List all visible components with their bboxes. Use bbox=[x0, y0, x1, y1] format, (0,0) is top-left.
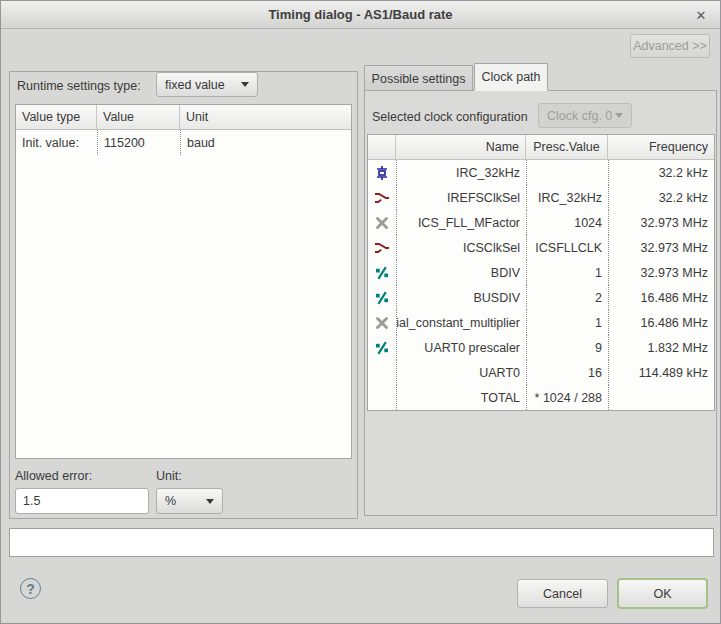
advanced-button[interactable]: Advanced >> bbox=[630, 34, 710, 58]
frequency-cell: 16.486 MHz bbox=[608, 310, 714, 335]
clock-name-cell: TOTAL bbox=[396, 385, 526, 410]
clock-name-cell: ICSClkSel bbox=[396, 235, 526, 260]
frequency-cell: 32.973 MHz bbox=[608, 235, 714, 260]
presc-value-cell: * 1024 / 288 bbox=[526, 385, 608, 410]
clock-path-row[interactable]: ICSClkSelICSFLLCLK32.973 MHz bbox=[368, 235, 714, 260]
frequency-cell: 1.832 MHz bbox=[608, 335, 714, 360]
chevron-down-icon bbox=[615, 113, 623, 118]
divide-icon bbox=[368, 260, 396, 285]
no-icon bbox=[368, 385, 396, 410]
presc-value-cell: IRC_32kHz bbox=[526, 185, 608, 210]
mux-icon bbox=[368, 235, 396, 260]
presc-value-cell: 1 bbox=[526, 260, 608, 285]
clock-path-row[interactable]: UART016114.489 kHz bbox=[368, 360, 714, 385]
tab-possible-settings[interactable]: Possible settings bbox=[364, 65, 473, 91]
presc-value-cell: 1024 bbox=[526, 210, 608, 235]
unit-select[interactable]: % bbox=[156, 488, 223, 514]
mux-icon bbox=[368, 185, 396, 210]
frequency-cell: 32.973 MHz bbox=[608, 260, 714, 285]
status-message-box[interactable] bbox=[9, 528, 714, 557]
clock-path-table: Name Presc.Value Frequency IRC_32kHz32.2… bbox=[367, 134, 715, 411]
clock-name-cell: BUSDIV bbox=[396, 285, 526, 310]
clock-path-row[interactable]: BDIV132.973 MHz bbox=[368, 260, 714, 285]
allowed-error-input[interactable] bbox=[15, 488, 149, 514]
col-value-type[interactable]: Value type bbox=[16, 105, 97, 129]
table-row[interactable]: Init. value: 115200 baud bbox=[16, 130, 351, 155]
runtime-settings-label: Runtime settings type: bbox=[17, 79, 141, 93]
clock-name-cell: BDIV bbox=[396, 260, 526, 285]
value-type-cell: Init. value: bbox=[16, 130, 97, 155]
presc-value-cell bbox=[526, 160, 608, 185]
clock-name-cell: IRC_32kHz bbox=[396, 160, 526, 185]
frequency-cell: 16.486 MHz bbox=[608, 285, 714, 310]
col-value[interactable]: Value bbox=[97, 105, 180, 129]
presc-value-cell: 2 bbox=[526, 285, 608, 310]
col-name[interactable]: Name bbox=[396, 135, 526, 159]
no-icon bbox=[368, 360, 396, 385]
clock-config-value: Clock cfg. 0 bbox=[547, 109, 612, 123]
dialog-title: Timing dialog - AS1/Baud rate bbox=[268, 7, 452, 22]
chevron-down-icon bbox=[206, 499, 214, 504]
close-icon[interactable]: ✕ bbox=[692, 6, 710, 24]
runtime-settings-value: fixed value bbox=[165, 78, 225, 92]
clock-name-cell: IREFSClkSel bbox=[396, 185, 526, 210]
value-table: Value type Value Unit Init. value: 11520… bbox=[15, 104, 352, 459]
col-unit[interactable]: Unit bbox=[180, 105, 351, 129]
divide-icon bbox=[368, 285, 396, 310]
clock-path-rows: IRC_32kHz32.2 kHzIREFSClkSelIRC_32kHz32.… bbox=[368, 160, 714, 410]
help-icon[interactable]: ? bbox=[20, 578, 41, 599]
chevron-down-icon bbox=[241, 82, 249, 87]
runtime-settings-select[interactable]: fixed value bbox=[156, 72, 258, 97]
unit-cell: baud bbox=[180, 130, 351, 155]
clock-path-row[interactable]: TOTAL* 1024 / 288 bbox=[368, 385, 714, 410]
presc-value-cell: 1 bbox=[526, 310, 608, 335]
frequency-cell: 32.2 kHz bbox=[608, 160, 714, 185]
presc-value-cell: ICSFLLCLK bbox=[526, 235, 608, 260]
multiply-icon bbox=[368, 210, 396, 235]
frequency-cell: 114.489 kHz bbox=[608, 360, 714, 385]
col-icon[interactable] bbox=[368, 135, 396, 159]
value-cell: 115200 bbox=[97, 130, 180, 155]
clock-name-cell: ial_constant_multiplier bbox=[396, 310, 526, 335]
crystal-icon bbox=[368, 160, 396, 185]
cancel-button[interactable]: Cancel bbox=[517, 579, 608, 608]
col-presc-value[interactable]: Presc.Value bbox=[526, 135, 608, 159]
clock-path-row[interactable]: IRC_32kHz32.2 kHz bbox=[368, 160, 714, 185]
frequency-cell: 32.973 MHz bbox=[608, 210, 714, 235]
clock-path-table-header: Name Presc.Value Frequency bbox=[368, 135, 714, 160]
presc-value-cell: 16 bbox=[526, 360, 608, 385]
ok-button[interactable]: OK bbox=[617, 578, 708, 609]
clock-path-row[interactable]: ICS_FLL_MFactor102432.973 MHz bbox=[368, 210, 714, 235]
clock-path-row[interactable]: IREFSClkSelIRC_32kHz32.2 kHz bbox=[368, 185, 714, 210]
value-table-header: Value type Value Unit bbox=[16, 105, 351, 130]
clock-path-row[interactable]: UART0 prescaler91.832 MHz bbox=[368, 335, 714, 360]
unit-select-value: % bbox=[165, 494, 176, 508]
title-bar: Timing dialog - AS1/Baud rate ✕ bbox=[1, 1, 720, 29]
divide-icon bbox=[368, 335, 396, 360]
clock-name-cell: UART0 bbox=[396, 360, 526, 385]
frequency-cell: 32.2 kHz bbox=[608, 185, 714, 210]
clock-config-label: Selected clock configuration bbox=[372, 110, 528, 124]
unit-label: Unit: bbox=[156, 469, 182, 483]
clock-path-row[interactable]: ial_constant_multiplier116.486 MHz bbox=[368, 310, 714, 335]
clock-name-cell: UART0 prescaler bbox=[396, 335, 526, 360]
clock-name-cell: ICS_FLL_MFactor bbox=[396, 210, 526, 235]
presc-value-cell: 9 bbox=[526, 335, 608, 360]
timing-dialog: Timing dialog - AS1/Baud rate ✕ Advanced… bbox=[0, 0, 721, 624]
tab-clock-path[interactable]: Clock path bbox=[474, 63, 548, 91]
clock-path-row[interactable]: BUSDIV216.486 MHz bbox=[368, 285, 714, 310]
col-frequency[interactable]: Frequency bbox=[608, 135, 714, 159]
clock-config-select[interactable]: Clock cfg. 0 bbox=[538, 103, 632, 128]
multiply-icon bbox=[368, 310, 396, 335]
allowed-error-label: Allowed error: bbox=[15, 469, 92, 483]
frequency-cell bbox=[608, 385, 714, 410]
